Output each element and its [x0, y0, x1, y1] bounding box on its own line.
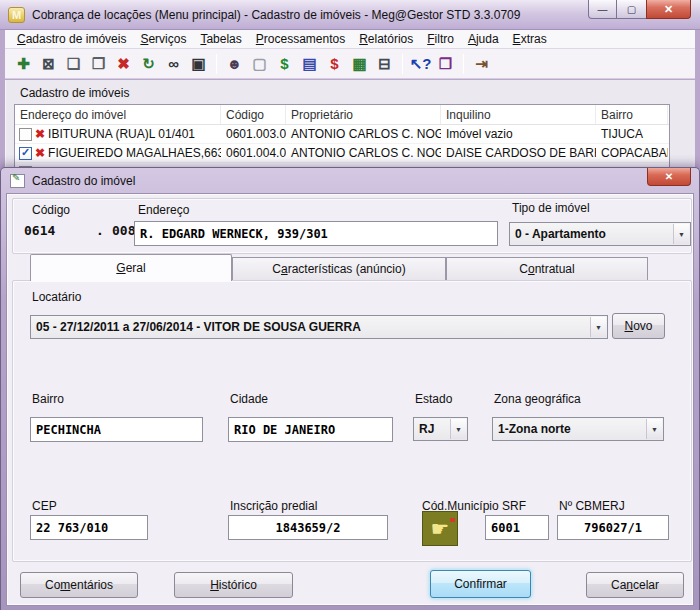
cell-endereco: FIGUEIREDO MAGALHAES,663/...: [48, 146, 221, 160]
column-header-2[interactable]: Proprietário: [286, 105, 441, 124]
new-document-icon[interactable]: ❏: [62, 52, 85, 75]
mail-icon[interactable]: ⊠: [37, 52, 60, 75]
print-icon[interactable]: ⊟: [373, 52, 396, 75]
window-controls: — ▢ ✕: [588, 0, 691, 19]
column-header-1[interactable]: Código: [221, 105, 286, 124]
app-logo-icon: M: [8, 7, 25, 23]
column-header-4[interactable]: Bairro: [596, 105, 668, 124]
lookup-hand-button[interactable]: ☛: [422, 511, 458, 546]
dialog-title: Cadastro do imóvel: [32, 174, 135, 188]
red-x-icon: ✖: [35, 127, 45, 141]
tab-caracter-sticas-an-ncio-[interactable]: Características (anúncio): [232, 257, 446, 281]
tab-contratual[interactable]: Contratual: [446, 257, 648, 281]
tab-geral[interactable]: Geral: [30, 254, 232, 281]
toolbar: ✚⊠❏❐✖↻∞▣☻▢$▤$▦⊟↖?❒⇥: [5, 49, 695, 79]
chevron-down-icon[interactable]: ▼: [646, 419, 662, 439]
cbmerj-input[interactable]: 796027/1: [557, 515, 669, 540]
endereco-input[interactable]: R. EDGARD WERNECK, 939/301: [134, 221, 498, 246]
dialog-titlebar: Cadastro do imóvel: [1, 168, 699, 194]
confirmar-button[interactable]: Confirmar: [430, 570, 531, 598]
tipo-imovel-value: 0 - Apartamento: [515, 227, 606, 241]
minimize-button[interactable]: —: [588, 0, 617, 19]
form-pencil-icon: [10, 174, 25, 188]
group-label: Cadastro de imóveis: [20, 86, 129, 100]
transfer-icon[interactable]: ▦: [348, 52, 371, 75]
add-icon[interactable]: ✚: [12, 52, 35, 75]
maximize-button[interactable]: ▢: [617, 0, 646, 19]
comentarios-button[interactable]: Comentários: [20, 572, 138, 598]
money-green-icon[interactable]: $: [273, 52, 296, 75]
pointing-hand-icon: ☛: [431, 518, 450, 539]
close-button[interactable]: ✕: [646, 0, 691, 19]
historico-button[interactable]: Histórico: [174, 572, 293, 598]
column-header-3[interactable]: Inquilino: [441, 105, 596, 124]
blank-page-icon[interactable]: ▢: [248, 52, 271, 75]
chevron-down-icon[interactable]: ▼: [673, 224, 689, 244]
refresh-icon[interactable]: ↻: [137, 52, 160, 75]
cep-label: CEP: [32, 499, 57, 513]
bairro-input[interactable]: PECHINCHA: [30, 417, 203, 442]
menu-item-servi-os[interactable]: Serviços: [133, 31, 193, 47]
menu-item-cadastro-de-im-veis[interactable]: Cadastro de imóveis: [10, 31, 133, 47]
locatario-select[interactable]: 05 - 27/12/2011 a 27/06/2014 - VITOR DE …: [30, 315, 608, 339]
codigo-label: Código: [32, 203, 70, 217]
search-binoculars-icon[interactable]: ∞: [162, 52, 185, 75]
menu-item-tabelas[interactable]: Tabelas: [193, 31, 248, 47]
novo-button[interactable]: Novo: [612, 313, 665, 339]
menubar: Cadastro de imóveisServiçosTabelasProces…: [5, 30, 695, 49]
menu-item-extras[interactable]: Extras: [506, 31, 554, 47]
dialog-client: Código 0614 . 008 Endereço R. EDGARD WER…: [7, 194, 693, 605]
money-red-icon[interactable]: $: [323, 52, 346, 75]
table-header: Endereço do imóvelCódigoProprietárioInqu…: [15, 105, 669, 125]
cod-municipio-srf-input[interactable]: 6001: [485, 515, 549, 540]
cidade-input[interactable]: RIO DE JANEIRO: [228, 417, 393, 442]
zona-label: Zona geográfica: [494, 392, 581, 406]
chevron-down-icon[interactable]: ▼: [590, 317, 606, 337]
delete-icon[interactable]: ✖: [112, 52, 135, 75]
column-header-0[interactable]: Endereço do imóvel: [15, 105, 221, 124]
cadastro-imovel-dialog: Cadastro do imóvel ✕ Código 0614 . 008 E…: [0, 167, 700, 610]
cbmerj-label: Nº CBMERJ: [559, 499, 625, 513]
table-row[interactable]: ✖FIGUEIREDO MAGALHAES,663/...0601.004.01…: [15, 144, 669, 163]
red-x-icon: ✖: [35, 146, 45, 160]
cell-endereco: IBITURUNA (RUA)L 01/401: [48, 127, 195, 141]
menu-item-ajuda[interactable]: Ajuda: [461, 31, 506, 47]
cell-codigo: 0601.004.01: [221, 146, 286, 160]
menu-item-relat-rios[interactable]: Relatórios: [352, 31, 420, 47]
row-checkbox[interactable]: [19, 128, 32, 141]
codigo-separator: .: [96, 223, 104, 238]
dialog-close-button[interactable]: ✕: [647, 168, 691, 186]
properties-icon[interactable]: ❐: [87, 52, 110, 75]
camera-icon[interactable]: ▣: [187, 52, 210, 75]
tipo-imovel-label: Tipo de imóvel: [512, 201, 590, 215]
estado-value: RJ: [419, 422, 434, 436]
cell-proprietario: ANTONIO CARLOS C. NOGU...: [286, 146, 441, 160]
cell-codigo: 0601.003.00: [221, 127, 286, 141]
exit-icon[interactable]: ⇥: [470, 52, 493, 75]
bairro-label: Bairro: [32, 392, 64, 406]
person-icon[interactable]: ☻: [223, 52, 246, 75]
tipo-imovel-select[interactable]: 0 - Apartamento ▼: [509, 222, 691, 246]
menu-item-processamentos[interactable]: Processamentos: [249, 31, 352, 47]
help-pointer-icon[interactable]: ↖?: [409, 52, 432, 75]
table-row[interactable]: ✖IBITURUNA (RUA)L 01/4010601.003.00ANTON…: [15, 125, 669, 144]
cancelar-button[interactable]: Cancelar: [586, 572, 684, 598]
cell-inquilino: Imóvel vazio: [441, 127, 596, 141]
zona-select[interactable]: 1-Zona norte ▼: [492, 417, 664, 441]
cell-inquilino: DAISE CARDOSO DE BARR...: [441, 146, 596, 160]
estado-select[interactable]: RJ ▼: [413, 417, 468, 441]
menu-item-filtro[interactable]: Filtro: [420, 31, 461, 47]
window-title: Cobrança de locações (Menu principal) - …: [32, 8, 520, 22]
codigo-subvalue: 008: [112, 223, 135, 238]
cell-proprietario: ANTONIO CARLOS C. NOGU...: [286, 127, 441, 141]
chevron-down-icon[interactable]: ▼: [450, 419, 466, 439]
toolbar-separator: [463, 54, 464, 74]
cell-bairro: COPACABANA: [596, 146, 668, 160]
endereco-label: Endereço: [138, 203, 189, 217]
locatario-label: Locatário: [32, 290, 81, 304]
inscricao-predial-input[interactable]: 1843659/2: [228, 515, 388, 540]
row-checkbox[interactable]: [19, 147, 32, 160]
book-icon[interactable]: ❒: [434, 52, 457, 75]
cep-input[interactable]: 22 763/010: [30, 515, 148, 540]
invoice-icon[interactable]: ▤: [298, 52, 321, 75]
